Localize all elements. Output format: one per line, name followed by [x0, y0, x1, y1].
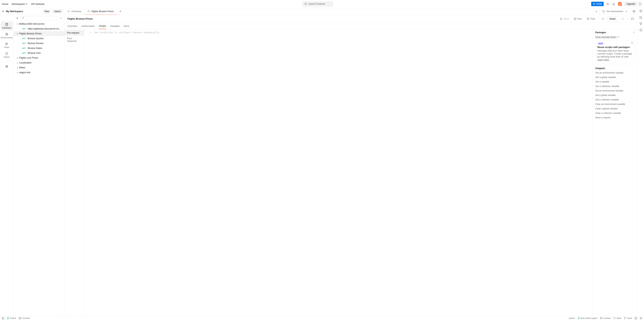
tree-item-flights-live[interactable]: Flights Live Prices — [14, 56, 64, 60]
svg-rect-66 — [19, 317, 21, 319]
environment-selector[interactable]: No environment — [600, 8, 630, 14]
online-icon — [7, 317, 9, 319]
status-trash-label: Trash — [627, 317, 632, 319]
tree-item-flights-browse[interactable]: Flights Browse Prices — [14, 31, 64, 36]
snippet-item[interactable]: Clear a global variable — [595, 107, 635, 110]
tree-label: Bellboy B2B hotel prices — [19, 22, 44, 25]
packages-learn-more-link[interactable]: Learn more. — [597, 58, 610, 61]
status-requests[interactable]: quests — [569, 317, 575, 319]
plus-icon — [16, 17, 19, 20]
upgrade-menu-button[interactable] — [638, 2, 642, 6]
rail-configure[interactable] — [1, 64, 13, 70]
status-auto-agent-label: Auto-select agent — [581, 317, 598, 319]
context-pull-button[interactable] — [639, 16, 642, 19]
subtab-runs[interactable]: Runs — [124, 23, 129, 29]
fork-button[interactable]: Fork — [586, 17, 596, 21]
rail-history[interactable]: History — [1, 50, 13, 60]
share-button[interactable]: Share — [607, 16, 618, 21]
arrow-right-icon — [617, 36, 619, 38]
tree-item-localisation[interactable]: Localisation — [14, 60, 64, 65]
import-button[interactable]: Import — [52, 9, 62, 14]
status-help-button[interactable] — [640, 317, 642, 320]
snippet-item[interactable]: Get a collection variable — [595, 85, 635, 88]
status-panel-toggle[interactable] — [2, 317, 4, 320]
status-layout-button[interactable] — [635, 317, 637, 320]
tree-item-browse-routes[interactable]: GET Browse Routes — [14, 41, 64, 46]
method-badge: GET — [22, 38, 26, 40]
snippet-item[interactable]: Set an environment variable — [595, 90, 635, 92]
chevron-down-icon — [639, 3, 641, 5]
svg-point-48 — [624, 18, 624, 19]
open-package-library-link[interactable]: Open package library — [595, 36, 635, 38]
snippet-item[interactable]: Send a request — [595, 116, 635, 119]
new-tab-button[interactable] — [117, 8, 124, 14]
snippet-item[interactable]: Get a variable — [595, 80, 635, 83]
status-vault[interactable]: Vault — [614, 317, 621, 319]
upgrade-button[interactable]: Upgrade — [624, 2, 637, 6]
open-package-library-label: Open package library — [595, 36, 616, 38]
tree-item-wagon[interactable]: wagon test — [14, 70, 64, 75]
svg-point-45 — [588, 20, 588, 20]
script-nav-post-response[interactable]: Post-response — [64, 36, 84, 44]
tab-overview[interactable]: Overview — [64, 8, 84, 14]
packages-collapse-button[interactable] — [633, 32, 635, 34]
snippet-item[interactable]: Clear an environment variable — [595, 103, 635, 106]
tree-item-browse-quotes[interactable]: GET Browse Quotes — [14, 36, 64, 41]
sidebar-add-button[interactable] — [15, 16, 20, 20]
tabs-menu-button[interactable] — [594, 8, 600, 14]
item-more-button[interactable] — [621, 16, 625, 21]
comments-button[interactable] — [630, 17, 634, 21]
code-editor[interactable]: 1 Use JavaScript to configure requests d… — [84, 29, 592, 316]
environment-quicklook-button[interactable] — [630, 8, 637, 14]
snippet-item[interactable]: Clear a collection variable — [595, 112, 635, 114]
context-history-button[interactable] — [639, 10, 642, 12]
new-button[interactable]: New — [43, 9, 51, 14]
subtab-scripts[interactable]: Scripts — [99, 23, 106, 29]
snippet-item[interactable]: Set a global variable — [595, 94, 635, 96]
sidebar-more-button[interactable] — [59, 17, 63, 20]
snippet-item[interactable]: Get an environment variable — [595, 72, 635, 74]
svg-point-55 — [641, 18, 642, 18]
tab-flights-browse[interactable]: Flights Browse Prices — [84, 8, 117, 15]
nav-home[interactable]: Home — [2, 2, 8, 6]
tree-item-mews[interactable]: Mews — [14, 65, 64, 70]
svg-point-58 — [641, 22, 642, 23]
context-fork-button[interactable] — [639, 22, 642, 25]
subtab-overview[interactable]: Overview — [68, 23, 77, 29]
status-trash[interactable]: Trash — [624, 317, 632, 319]
svg-point-28 — [62, 18, 62, 18]
context-info-button[interactable] — [639, 28, 642, 32]
settings-button[interactable] — [606, 2, 610, 6]
status-cookies-label: Cookies — [603, 317, 611, 319]
rail-flows[interactable]: Flows — [1, 41, 13, 50]
status-online[interactable]: Online — [7, 317, 16, 319]
invite-button[interactable]: Invite — [591, 2, 604, 6]
cookie-icon — [600, 317, 602, 319]
sidebar-filter-input[interactable] — [21, 16, 58, 20]
avatar[interactable] — [618, 2, 622, 6]
status-auto-agent[interactable]: Auto-select agent — [578, 317, 598, 319]
subtab-variables[interactable]: Variables — [110, 23, 120, 29]
subtab-authorization[interactable]: Authorization — [81, 23, 95, 29]
status-cookies[interactable]: Cookies — [600, 317, 611, 319]
tree-item-bellboy[interactable]: Bellboy B2B hotel prices — [14, 22, 64, 26]
packages-card-close-button[interactable] — [631, 42, 633, 44]
status-console[interactable]: Console — [19, 317, 30, 320]
snippet-item[interactable]: Get a global variable — [595, 76, 635, 78]
nav-api-network[interactable]: API Network — [31, 2, 44, 6]
tree-item-bellboy-req[interactable]: GET https://gateway.skyscanner.ne... — [14, 26, 64, 31]
nav-workspaces[interactable]: Workspaces — [12, 2, 28, 6]
search-placeholder: Search Postman — [308, 2, 325, 5]
variables-icon — [632, 10, 636, 13]
rail-collections[interactable]: Collections — [1, 22, 13, 30]
tree-item-browse-dates[interactable]: GET Browse Dates — [14, 46, 64, 50]
svg-point-68 — [600, 317, 602, 319]
search-input[interactable]: Search Postman — [302, 1, 333, 6]
snippet-item[interactable]: Set a collection variable — [595, 98, 635, 101]
notifications-button[interactable] — [612, 2, 616, 6]
run-button[interactable]: Run — [573, 17, 583, 21]
tree-item-browse-grid[interactable]: GET Browse Grid — [14, 50, 64, 56]
rail-environments[interactable]: Environments — [1, 31, 13, 40]
script-nav-pre-request[interactable]: Pre-request — [64, 30, 84, 36]
svg-point-46 — [622, 18, 622, 19]
